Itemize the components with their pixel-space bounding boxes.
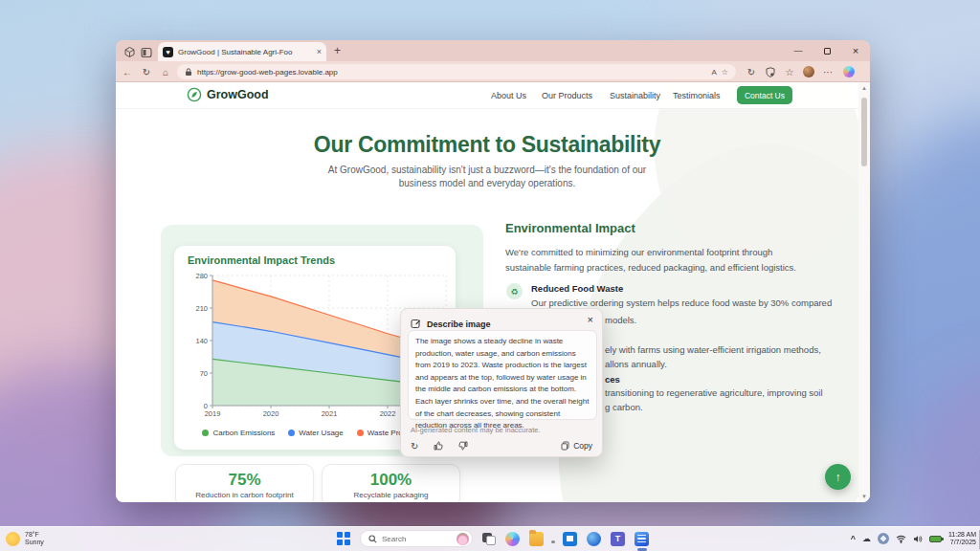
scrollbar-thumb[interactable] bbox=[861, 98, 867, 166]
browser-toolbar: ← ↻ ⌂ https://grow-good-web-pages.lovabl… bbox=[116, 61, 870, 82]
browser-window: ♥ GrowGood | Sustainable Agri-Foo × + — … bbox=[116, 40, 870, 502]
scrollbar-up-icon[interactable]: ▴ bbox=[858, 84, 870, 92]
page-scrollbar[interactable]: ▴ ▾ bbox=[858, 82, 870, 502]
back-icon[interactable]: ← bbox=[120, 64, 135, 79]
contact-us-button[interactable]: Contact Us bbox=[737, 86, 792, 104]
copy-button[interactable]: Copy bbox=[561, 441, 592, 451]
address-bar[interactable]: https://grow-good-web-pages.lovable.app … bbox=[177, 64, 736, 79]
impact-item-text: Our predictive ordering system helps red… bbox=[531, 298, 832, 308]
home-icon[interactable]: ⌂ bbox=[158, 64, 173, 79]
regenerate-icon[interactable]: ↻ bbox=[411, 441, 418, 452]
legend-item: Carbon Emissions bbox=[202, 429, 275, 437]
taskbar-search[interactable]: Search bbox=[360, 530, 473, 547]
search-icon bbox=[368, 535, 377, 543]
stat-label: Reduction in carbon footprint bbox=[176, 491, 313, 499]
phone-link-icon[interactable] bbox=[587, 532, 601, 546]
page-title: Our Commitment to Sustainability bbox=[116, 132, 858, 158]
tray-chevron-icon[interactable]: ^ bbox=[851, 534, 856, 543]
sun-icon bbox=[6, 532, 20, 546]
weather-temp: 78°F bbox=[25, 531, 39, 538]
refresh-icon[interactable]: ↻ bbox=[139, 64, 154, 79]
search-highlight-image bbox=[457, 533, 469, 545]
tab-strip: ♥ GrowGood | Sustainable Agri-Foo × + — … bbox=[116, 40, 870, 61]
tray-app-icon[interactable] bbox=[878, 533, 889, 544]
minimize-button[interactable]: — bbox=[784, 40, 813, 61]
weather-widget[interactable]: 78°F Sunny bbox=[6, 528, 44, 549]
hero-subtitle: At GrowGood, sustainability isn't just a… bbox=[116, 165, 858, 175]
microsoft-store-icon[interactable] bbox=[563, 532, 577, 546]
occluded-text-fragment: ely with farms using water-efficient irr… bbox=[605, 344, 821, 355]
impact-intro: sustainable farming practices, reduced p… bbox=[505, 262, 796, 273]
web-page: GrowGood About Us Our Products Sustainab… bbox=[116, 82, 870, 502]
popup-disclaimer: AI-generated content may be inaccurate. bbox=[411, 426, 541, 434]
impact-heading: Environmental Impact bbox=[505, 221, 635, 235]
svg-text:2021: 2021 bbox=[322, 409, 338, 418]
start-button[interactable] bbox=[337, 532, 350, 545]
battery-icon[interactable] bbox=[929, 536, 942, 542]
copy-label: Copy bbox=[573, 441, 592, 451]
system-tray: ^ ☁ 11:28 AM 7/7/2025 bbox=[851, 526, 976, 551]
vertical-tabs-icon[interactable] bbox=[141, 45, 153, 57]
lock-icon[interactable] bbox=[185, 63, 192, 80]
stat-card: 75% Reduction in carbon footprint bbox=[175, 464, 314, 502]
nav-our-products[interactable]: Our Products bbox=[542, 91, 592, 100]
search-label: Search bbox=[382, 535, 452, 543]
occluded-text-fragment: transitioning to regenerative agricultur… bbox=[605, 387, 823, 398]
svg-text:2020: 2020 bbox=[263, 409, 279, 418]
nav-about-us[interactable]: About Us bbox=[491, 91, 526, 100]
profile-avatar[interactable] bbox=[801, 64, 816, 79]
document-sparkle-icon bbox=[635, 532, 649, 546]
svg-text:210: 210 bbox=[195, 304, 208, 313]
svg-text:70: 70 bbox=[200, 369, 208, 378]
scroll-to-top-button[interactable]: ↑ bbox=[825, 464, 851, 490]
collections-star-icon[interactable]: ☆ bbox=[782, 64, 797, 79]
nav-sustainability[interactable]: Sustainability bbox=[610, 91, 660, 100]
impact-intro: We're committed to minimizing our enviro… bbox=[505, 247, 772, 257]
close-button[interactable]: × bbox=[841, 40, 870, 61]
leaf-logo-icon bbox=[187, 87, 202, 102]
popup-description-text: The image shows a steady decline in wast… bbox=[408, 330, 597, 420]
cube-icon[interactable] bbox=[123, 45, 136, 57]
stat-value: 100% bbox=[323, 471, 459, 490]
svg-text:2022: 2022 bbox=[380, 409, 396, 418]
thumbs-down-icon[interactable] bbox=[458, 441, 468, 451]
read-aloud-icon[interactable]: A bbox=[711, 68, 716, 77]
stat-label: Recyclable packaging bbox=[323, 491, 459, 499]
favorite-star-icon[interactable]: ☆ bbox=[722, 68, 728, 77]
up-arrow-icon: ↑ bbox=[835, 471, 841, 484]
svg-text:140: 140 bbox=[195, 337, 208, 345]
popup-close-icon[interactable]: × bbox=[588, 314, 593, 325]
copilot-app-icon[interactable] bbox=[505, 532, 520, 546]
svg-text:280: 280 bbox=[195, 272, 208, 280]
task-view-icon[interactable] bbox=[482, 533, 496, 545]
hero-subtitle: business model and everyday operations. bbox=[116, 178, 858, 188]
tray-clock[interactable]: 11:28 AM 7/7/2025 bbox=[948, 531, 976, 547]
occluded-text-fragment: ces bbox=[605, 374, 620, 385]
volume-icon[interactable] bbox=[913, 535, 923, 543]
scrollbar-down-icon[interactable]: ▾ bbox=[858, 493, 870, 500]
site-logo[interactable]: GrowGood bbox=[187, 87, 269, 102]
tab-favicon-heart-icon: ♥ bbox=[163, 47, 173, 57]
history-icon[interactable]: ↻ bbox=[744, 64, 759, 79]
window-controls: — × bbox=[784, 40, 870, 61]
document-ai-app[interactable] bbox=[635, 532, 649, 546]
legend-item: Water Usage bbox=[288, 429, 343, 437]
thumbs-up-icon[interactable] bbox=[434, 441, 443, 451]
file-explorer-icon[interactable] bbox=[529, 532, 544, 546]
copilot-icon[interactable] bbox=[841, 64, 857, 79]
impact-item-title: Reduced Food Waste bbox=[531, 283, 623, 294]
new-tab-button[interactable]: + bbox=[334, 44, 341, 57]
more-menu-icon[interactable]: ··· bbox=[820, 64, 835, 79]
tab-title: GrowGood | Sustainable Agri-Foo bbox=[178, 48, 312, 56]
tab-close-icon[interactable]: × bbox=[317, 48, 322, 56]
onedrive-cloud-icon[interactable]: ☁ bbox=[862, 534, 871, 543]
maximize-button[interactable] bbox=[813, 40, 841, 61]
browser-essentials-icon[interactable] bbox=[763, 64, 778, 79]
teams-icon[interactable]: T bbox=[611, 532, 625, 546]
recycle-icon: ♻ bbox=[506, 283, 523, 299]
browser-tab[interactable]: ♥ GrowGood | Sustainable Agri-Foo × bbox=[158, 42, 326, 61]
occluded-text-fragment: models. bbox=[605, 315, 636, 325]
nav-testimonials[interactable]: Testimonials bbox=[673, 91, 721, 100]
copy-icon bbox=[561, 441, 569, 451]
wifi-icon[interactable] bbox=[896, 535, 906, 543]
